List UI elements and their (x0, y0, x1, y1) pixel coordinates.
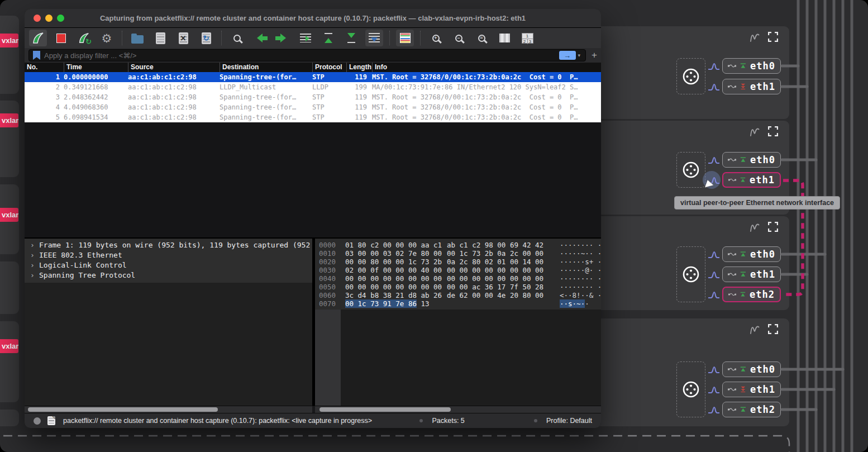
hex-row[interactable]: 002000 00 80 00 00 1c 73 2b0a 2c 80 02 0… (315, 258, 601, 266)
packet-row-selected[interactable]: 10.000000000 aa:c1:ab:c1:c2:98Spanning-t… (25, 72, 601, 82)
interface-chip-eth0[interactable]: eth0 (722, 246, 781, 262)
fullscreen-icon[interactable] (768, 222, 778, 232)
capture-wave-icon[interactable] (708, 291, 720, 299)
zoom-in-icon: + (432, 35, 440, 42)
go-forward-button[interactable] (274, 30, 292, 46)
stop-capture-button[interactable] (52, 30, 70, 46)
filter-add-button[interactable]: + (592, 50, 597, 61)
hex-row-selected[interactable]: 007000 1c 73 91 7e 86 13··s·~·· (315, 299, 601, 308)
interface-chip-eth1[interactable]: eth1 (722, 267, 781, 282)
topology-node-panel: eth0 eth1 eth2 (592, 216, 789, 310)
packet-row[interactable]: 44.049068360 aa:c1:ab:c1:c2:98Spanning-t… (25, 102, 601, 112)
column-header-no[interactable]: No. (25, 63, 64, 72)
interface-chip-eth1[interactable]: eth1 (722, 79, 781, 94)
resize-columns-button[interactable] (495, 30, 513, 46)
fullscreen-icon[interactable] (768, 32, 778, 42)
filter-apply-button[interactable]: → (559, 51, 576, 60)
capture-wave-icon[interactable] (708, 156, 720, 164)
details-hscrollbar[interactable] (25, 406, 312, 413)
column-header-protocol[interactable]: Protocol (312, 63, 346, 72)
column-header-destination[interactable]: Destination (220, 63, 312, 72)
capture-wave-icon[interactable] (708, 406, 720, 414)
expander-icon[interactable]: › (30, 240, 39, 250)
zoom-reset-button[interactable]: = (473, 30, 490, 46)
detail-tree-item[interactable]: ›Logical-Link Control (25, 260, 312, 270)
scrollbar-thumb[interactable] (319, 407, 451, 412)
fullscreen-icon[interactable] (768, 324, 778, 334)
interface-chip-eth0[interactable]: eth0 (722, 58, 781, 74)
interface-chip-eth2-highlighted[interactable]: eth2 (722, 287, 781, 302)
filter-dropdown-chevron-icon[interactable]: ▾ (578, 53, 581, 58)
restart-capture-button[interactable]: ↻ (75, 30, 93, 46)
bytes-hscrollbar[interactable] (315, 406, 601, 413)
topology-node-panel: eth0 eth1 (592, 26, 789, 119)
expander-icon[interactable]: › (30, 250, 39, 260)
find-packet-button[interactable] (228, 30, 246, 46)
interface-chip-eth0[interactable]: eth0 (722, 152, 781, 168)
capture-wave-icon[interactable] (708, 63, 720, 70)
detail-tree-item[interactable]: ›IEEE 802.3 Ethernet (25, 250, 312, 260)
hex-row[interactable]: 005000 00 00 00 00 00 00 0000 00 ac 36 1… (315, 283, 601, 291)
close-file-button[interactable]: ✕ (174, 30, 192, 46)
start-capture-button[interactable] (29, 30, 47, 46)
title-bar[interactable]: Capturing from packetflix:// remote clus… (25, 9, 601, 28)
hex-row[interactable]: 001003 00 00 03 02 7e 80 0000 1c 73 2b 0… (315, 249, 601, 258)
hex-row[interactable]: 004000 00 00 00 00 00 00 0000 00 00 00 0… (315, 274, 601, 283)
packet-row[interactable]: 32.048362442 aa:c1:ab:c1:c2:98Spanning-t… (25, 92, 601, 102)
go-back-button[interactable] (251, 30, 269, 46)
capture-wave-icon[interactable] (708, 366, 720, 374)
save-file-button[interactable] (151, 30, 169, 46)
scrollbar-thumb[interactable] (28, 407, 218, 412)
capture-wave-icon[interactable] (708, 83, 720, 91)
activity-icon[interactable] (749, 32, 760, 43)
go-first-packet-button[interactable] (319, 30, 337, 46)
reload-file-button[interactable]: ↻ (197, 30, 215, 46)
capture-wave-icon[interactable] (708, 386, 720, 394)
packet-row[interactable]: 20.349121668 aa:c1:ab:c1:c2:98LLDP_Multi… (25, 82, 601, 92)
capture-wave-icon[interactable] (708, 271, 720, 279)
colorize-toggle[interactable] (396, 30, 414, 46)
fullscreen-icon[interactable] (768, 126, 778, 136)
display-filter-input[interactable]: Apply a display filter ... <⌘/> → ▾ (28, 49, 586, 61)
interface-chip-eth1[interactable]: eth1 (722, 382, 781, 397)
hex-row[interactable]: 000001 80 c2 00 00 00 aa c1ab c1 c2 98 0… (315, 241, 601, 249)
zoom-out-button[interactable]: − (450, 30, 468, 46)
container-node-icon[interactable] (681, 67, 700, 86)
interface-chip-eth0[interactable]: eth0 (722, 361, 781, 377)
activity-icon[interactable] (749, 126, 760, 137)
last-packet-icon (347, 33, 355, 44)
column-header-time[interactable]: Time (64, 63, 128, 72)
container-node-icon[interactable] (681, 380, 700, 399)
container-node-icon[interactable] (681, 160, 700, 179)
minimize-button[interactable] (45, 15, 53, 22)
column-header-info[interactable]: Info (372, 63, 601, 72)
detail-tree-item[interactable]: ›Frame 1: 119 bytes on wire (952 bits), … (25, 240, 312, 250)
interface-chip-eth2[interactable]: eth2 (722, 402, 781, 417)
capture-options-button[interactable]: ⚙ (98, 30, 116, 46)
zoom-in-button[interactable]: + (427, 30, 445, 46)
capture-wave-icon[interactable] (708, 251, 720, 259)
auto-scroll-toggle[interactable] (365, 30, 383, 46)
packet-row[interactable]: 56.098941534 aa:c1:ab:c1:c2:98Spanning-t… (25, 112, 601, 122)
numbered-columns-button[interactable]: 1 23 (518, 30, 536, 46)
container-node-icon[interactable] (681, 265, 700, 284)
profile-selector[interactable]: Profile: Default (546, 417, 592, 425)
filter-bookmark-icon[interactable] (33, 51, 40, 60)
hex-row[interactable]: 003002 00 0f 00 00 00 40 0000 00 00 00 0… (315, 266, 601, 274)
open-file-button[interactable] (128, 30, 146, 46)
column-header-length[interactable]: Length (346, 63, 372, 72)
expert-info-icon[interactable]: ✎ (47, 416, 55, 425)
activity-icon[interactable] (749, 222, 760, 233)
expander-icon[interactable]: › (30, 260, 39, 270)
expander-icon[interactable]: › (30, 270, 39, 280)
close-button[interactable] (34, 15, 41, 22)
go-last-packet-button[interactable] (342, 30, 360, 46)
selected-bytes[interactable]: 00 1c 73 91 7e 86 (345, 299, 417, 308)
column-header-source[interactable]: Source (128, 63, 220, 72)
go-to-packet-button[interactable] (297, 30, 314, 46)
activity-icon[interactable] (749, 324, 760, 335)
zoom-button[interactable] (57, 15, 64, 22)
hex-row[interactable]: 00603c d4 b8 38 21 d8 ab 26de 62 00 00 4… (315, 291, 601, 299)
interface-chip-eth1-highlighted[interactable]: eth1 (722, 172, 781, 188)
detail-tree-item[interactable]: ›Spanning Tree Protocol (25, 270, 312, 280)
